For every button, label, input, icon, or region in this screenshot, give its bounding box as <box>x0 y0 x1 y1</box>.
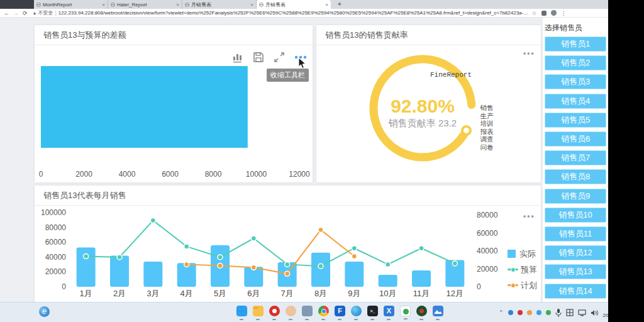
salesperson-button-1[interactable]: 销售员1 <box>545 36 606 52</box>
month-label: 3月 <box>147 289 159 298</box>
tab-favicon-globe-icon <box>185 3 189 7</box>
taskbar-app-icons: F>_X <box>236 306 443 316</box>
month-label: 11月 <box>413 289 430 298</box>
tab-favicon-globe-icon <box>259 3 264 7</box>
salesperson-button-12[interactable]: 销售员12 <box>545 245 606 260</box>
explorer-folder-icon[interactable] <box>253 306 264 316</box>
salesperson-button-8[interactable]: 销售员8 <box>545 169 606 184</box>
panel-monthly-sales: 销售员13代表每月销售 ••• 100000800006000040000200… <box>35 186 541 302</box>
salesperson-button-9[interactable]: 销售员9 <box>545 189 606 204</box>
actual-bar[interactable] <box>379 275 397 287</box>
speaker-icon[interactable] <box>591 309 599 316</box>
tray-app-icon[interactable] <box>508 310 513 315</box>
line-marker[interactable] <box>218 264 223 269</box>
tray-app-icon[interactable] <box>536 310 541 315</box>
salesperson-button-5[interactable]: 销售员5 <box>545 113 606 128</box>
line-marker[interactable] <box>318 228 323 233</box>
line-marker[interactable] <box>285 262 290 267</box>
line-marker[interactable] <box>84 254 89 259</box>
finereport-f-icon[interactable]: F <box>335 306 345 316</box>
photos-app-icon[interactable] <box>433 306 443 316</box>
sidebar-panel: 选择销售员 销售员1销售员2销售员3销售员4销售员5销售员6销售员7销售员8销售… <box>543 18 608 302</box>
tab-favicon-globe-icon <box>111 3 115 7</box>
month-label: 10月 <box>379 289 396 298</box>
tab-close-icon[interactable]: × <box>176 2 179 8</box>
new-tab-button[interactable]: + <box>336 1 343 8</box>
difference-bar[interactable] <box>41 66 248 148</box>
actual-bar[interactable] <box>311 253 330 287</box>
x-app-icon[interactable]: X <box>384 306 394 316</box>
back-icon[interactable]: ← <box>4 10 9 16</box>
blue-swoosh-app-icon[interactable] <box>351 306 362 316</box>
salesperson-button-10[interactable]: 销售员10 <box>545 208 606 223</box>
tab-close-icon[interactable]: × <box>250 2 253 8</box>
line-marker[interactable] <box>352 246 357 251</box>
line-marker[interactable] <box>218 255 223 260</box>
browser-tab-3[interactable]: 月销售表× <box>182 0 257 9</box>
display-icon[interactable] <box>578 309 586 316</box>
line-marker[interactable] <box>452 261 457 266</box>
salesperson-button-14[interactable]: 销售员14 <box>545 284 606 299</box>
tray-app-icon[interactable] <box>546 310 551 315</box>
url-separator: | <box>55 10 56 16</box>
salesperson-button-7[interactable]: 销售员7 <box>545 150 606 165</box>
salesperson-button-13[interactable]: 销售员13 <box>545 264 606 279</box>
windows-icon[interactable] <box>236 306 247 316</box>
bookmark-star-icon[interactable]: ☆ <box>532 10 537 16</box>
browser-tab-2[interactable]: Haier_Report× <box>108 0 182 9</box>
browser-menu-kebab-icon[interactable]: ⋮ <box>561 10 567 16</box>
right-axis-tick: 0 <box>477 282 481 291</box>
tray-app-icon[interactable] <box>518 310 523 315</box>
chrome-icon[interactable] <box>318 306 329 316</box>
x-glyph: X <box>384 306 394 316</box>
actual-bar[interactable] <box>143 262 162 287</box>
browser-tab-1[interactable]: MonthReport× <box>34 0 108 9</box>
line-marker[interactable] <box>150 218 155 223</box>
tray-chevron-icon[interactable]: ⌃ <box>499 309 504 316</box>
salesperson-button-11[interactable]: 销售员11 <box>545 226 606 242</box>
line-marker[interactable] <box>117 255 122 260</box>
line-marker[interactable] <box>386 262 391 267</box>
line-marker[interactable] <box>419 246 424 251</box>
reload-icon[interactable]: ⟳ <box>23 10 28 16</box>
x-axis-tick: 8000 <box>205 170 222 179</box>
tab-close-icon[interactable]: × <box>325 2 328 8</box>
tan-app-icon[interactable] <box>286 306 296 316</box>
ie-browser-icon[interactable]: e <box>39 306 50 317</box>
url-text: 122.233.94.228:808/webroot/decision/view… <box>58 10 530 16</box>
green-app-icon[interactable] <box>400 306 411 316</box>
actual-bar[interactable] <box>412 270 431 287</box>
tab-close-icon[interactable]: × <box>102 2 105 8</box>
tab-list: MonthReport×Haier_Report×月销售表×月销售表× <box>34 0 331 9</box>
x-axis-tick: 6000 <box>162 170 179 179</box>
line-marker[interactable] <box>251 236 256 241</box>
x-axis-tick: 4000 <box>119 170 136 179</box>
salesperson-button-3[interactable]: 销售员3 <box>545 74 606 89</box>
line-marker[interactable] <box>285 271 290 276</box>
side-word-list: 销售生产培训报表调查问卷 <box>479 104 495 151</box>
line-marker[interactable] <box>184 262 189 267</box>
red-app-icon[interactable] <box>269 306 280 316</box>
device-app-icon[interactable] <box>302 306 313 316</box>
ime-input-icon[interactable] <box>566 309 574 316</box>
tray-app-icon[interactable] <box>527 310 532 315</box>
actual-bar[interactable] <box>345 262 364 287</box>
salesperson-button-6[interactable]: 销售员6 <box>545 131 606 147</box>
browser-tab-4[interactable]: 月销售表× <box>257 0 331 9</box>
line-marker[interactable] <box>352 254 357 259</box>
salesperson-button-4[interactable]: 销售员4 <box>545 94 606 109</box>
forward-icon[interactable]: → <box>13 10 19 16</box>
target-app-icon[interactable] <box>416 306 427 316</box>
profile-avatar[interactable] <box>551 10 557 16</box>
terminal-glyph: >_ <box>367 306 378 316</box>
terminal-icon[interactable]: >_ <box>367 306 378 316</box>
right-axis-tick: 80000 <box>477 211 498 219</box>
address-bar[interactable]: ▲ 不安全 | 122.233.94.228:808/webroot/decis… <box>33 9 530 16</box>
extensions-icon[interactable] <box>541 11 547 16</box>
line-marker[interactable] <box>251 265 256 270</box>
actual-bar[interactable] <box>110 255 129 287</box>
salesperson-button-2[interactable]: 销售员2 <box>545 55 606 70</box>
microphone-icon[interactable] <box>555 309 562 317</box>
line-marker[interactable] <box>318 264 323 269</box>
line-marker[interactable] <box>184 244 189 249</box>
